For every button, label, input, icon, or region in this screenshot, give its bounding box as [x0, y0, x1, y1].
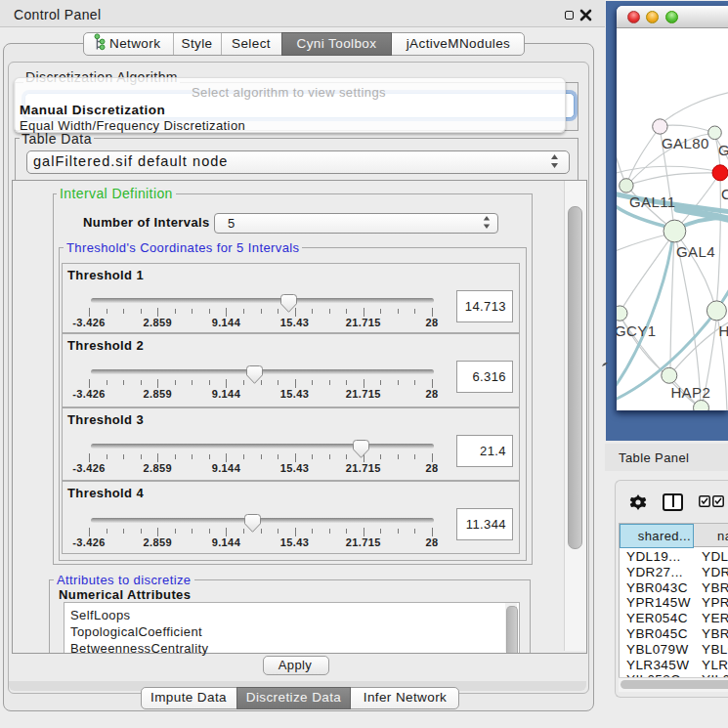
svg-text:GAL11: GAL11: [629, 193, 676, 210]
svg-text:GAL80: GAL80: [662, 135, 709, 151]
svg-text:C: C: [721, 186, 728, 202]
svg-text:GAL4: GAL4: [676, 243, 715, 260]
svg-text:GCY1: GCY1: [617, 322, 656, 339]
svg-text:H: H: [719, 322, 728, 339]
svg-text:HAP2: HAP2: [670, 384, 710, 401]
svg-text:GA: GA: [718, 142, 728, 158]
